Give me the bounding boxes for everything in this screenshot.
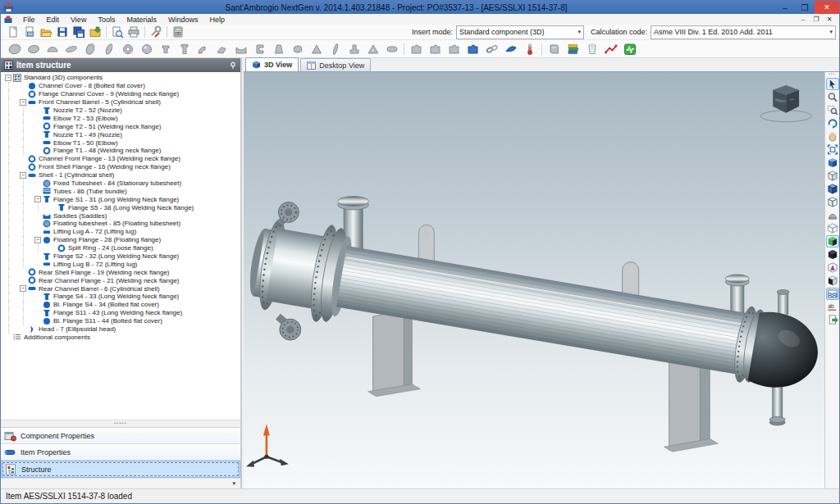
solid-view-button[interactable] — [826, 248, 839, 261]
tree-item[interactable]: −Floating Flange - 28 (Floating flange) — [1, 236, 240, 244]
insert-diagnostics-button[interactable] — [620, 40, 639, 58]
item-properties-bar[interactable]: Item Properties — [1, 444, 240, 461]
section-view-button[interactable] — [826, 235, 839, 247]
insert-pipe-bend-button[interactable] — [212, 40, 231, 58]
options-tools-button[interactable] — [148, 25, 164, 40]
tree-item[interactable]: Bl. Flange S4 - 34 (Bolted flat cover) — [1, 301, 240, 309]
tree-item[interactable]: Channel Front Flange - 13 (Welding neck … — [1, 155, 240, 163]
restore-button[interactable]: ❐ — [795, 1, 815, 14]
tree-item[interactable]: Floating tubesheet - 85 (Floating tubesh… — [1, 220, 240, 228]
calculation-code-select[interactable]: Asme VIII Div. 1 Ed. 2010 Add. 2011 ▾ — [651, 25, 836, 39]
rotate-view-button[interactable] — [826, 117, 839, 129]
insert-hemispherical-head-button[interactable] — [43, 40, 62, 58]
tree-item[interactable]: Rear Shell Flange - 19 (Welding neck fla… — [1, 268, 240, 276]
insert-mode-select[interactable]: Standard component (3D) ▾ — [456, 25, 584, 39]
insert-fluid-properties-button[interactable] — [582, 40, 601, 58]
export-view-button[interactable] — [826, 314, 839, 326]
menu-view[interactable]: View — [65, 14, 92, 25]
cutaway-view-button[interactable] — [826, 261, 839, 274]
insert-torispherical-head-button[interactable] — [24, 40, 43, 58]
insert-expansion-joint-button[interactable] — [288, 40, 307, 58]
collapse-icon[interactable]: − — [20, 99, 26, 106]
insert-nozzle-button[interactable] — [156, 40, 175, 58]
tree-item[interactable]: −Rear Channel Barrel - 6 (Cylindrical sh… — [1, 284, 240, 293]
render-quality-button[interactable] — [826, 209, 839, 221]
hidden-line-view-button[interactable] — [826, 170, 839, 182]
insert-quick-component-button[interactable] — [501, 40, 520, 58]
tab-3d-view[interactable]: 3D View — [245, 57, 299, 71]
calculator-button[interactable] — [170, 25, 186, 40]
menu-edit[interactable]: Edit — [41, 14, 66, 25]
tree-item[interactable]: −Front Channel Barrel - 5 (Cylindrical s… — [1, 98, 240, 107]
insert-thermal-design-button[interactable] — [520, 40, 539, 58]
3d-viewport[interactable]: RIGHT SA — [244, 71, 824, 488]
save-button[interactable] — [54, 25, 71, 40]
collapse-icon[interactable]: − — [34, 196, 41, 202]
zoom-button[interactable] — [826, 91, 839, 103]
liquid-level-view-button[interactable] — [826, 288, 839, 300]
tree-item[interactable]: Saddles (Saddles) — [1, 211, 240, 220]
insert-conical-shell-button[interactable] — [99, 40, 118, 58]
new-document-button[interactable] — [5, 25, 21, 40]
insert-materials-library-button[interactable] — [564, 40, 582, 58]
select-cursor-button[interactable] — [826, 78, 839, 90]
tree-item[interactable]: Elbow T1 - 50 (Elbow) — [1, 138, 240, 147]
tree-item[interactable]: Fixed Tubesheet - 84 (Stationary tubeshe… — [1, 179, 240, 188]
insert-custom-component-button[interactable] — [463, 40, 482, 58]
tree-item[interactable]: −Flange S1 - 31 (Long Welding Neck flang… — [1, 195, 240, 203]
tree-item[interactable]: Flange T1 - 48 (Welding neck flange) — [1, 147, 240, 155]
print-button[interactable] — [126, 25, 142, 40]
open-project-button[interactable] — [21, 25, 38, 40]
menu-tools[interactable]: Tools — [92, 14, 121, 25]
tab-desktop-view[interactable]: Desktop View — [300, 58, 371, 71]
component-properties-bar[interactable]: Component Properties — [1, 428, 240, 444]
tree-item[interactable]: Lifting Lug B - 72 (Lifting lug) — [1, 260, 240, 268]
insert-flat-cover-button[interactable] — [62, 40, 80, 58]
tree-item[interactable]: Rear Channel Flange - 21 (Welding neck f… — [1, 276, 240, 284]
tree-item[interactable]: Additional components — [1, 334, 240, 342]
tree-item[interactable]: Nozzle T1 - 49 (Nozzle) — [1, 130, 240, 138]
insert-linked-component-button[interactable] — [482, 40, 501, 58]
insert-cylindrical-shell-button[interactable] — [80, 40, 99, 58]
toolbar-grip[interactable]: ••• — [829, 72, 835, 77]
tree-item[interactable]: Flange S4 - 33 (Long Welding Neck flange… — [1, 293, 240, 301]
tree-item[interactable]: Lifting Lug A - 72 (Lifting lug) — [1, 228, 240, 236]
zoom-window-button[interactable] — [826, 104, 839, 116]
insert-long-weld-neck-nozzle-button[interactable] — [175, 40, 194, 58]
annotations-button[interactable]: ab — [826, 301, 839, 313]
insert-saddle-support-button[interactable] — [231, 40, 250, 58]
insert-skirt-support-button[interactable] — [269, 40, 288, 58]
insert-component-puzzle-b-button[interactable] — [426, 40, 445, 58]
tree-item[interactable]: Elbow T2 - 53 (Elbow) — [1, 114, 240, 122]
insert-elbow-button[interactable] — [194, 40, 212, 58]
close-button[interactable]: ✕ — [815, 1, 839, 14]
insert-floating-head-button[interactable] — [307, 40, 326, 58]
insert-clamp-button[interactable] — [382, 40, 401, 58]
tree-item[interactable]: Front Shell Flange - 16 (Welding neck fl… — [1, 163, 240, 171]
insert-baffle-button[interactable] — [326, 40, 345, 58]
tree-item[interactable]: Split Ring - 24 (Loose flange) — [1, 244, 240, 252]
insert-handbook-button[interactable] — [545, 40, 564, 58]
tree-item[interactable]: Nozzle T2 - 52 (Nozzle) — [1, 107, 240, 115]
collapse-icon[interactable]: − — [20, 172, 26, 179]
panel-selector-dropdown[interactable]: ▾ — [1, 478, 240, 488]
pan-view-button[interactable] — [826, 130, 839, 143]
zoom-fit-button[interactable] — [826, 143, 839, 156]
mdi-minimize-button[interactable]: – — [797, 16, 810, 23]
insert-component-puzzle-c-button[interactable] — [445, 40, 463, 58]
menu-help[interactable]: Help — [203, 14, 231, 25]
tree-item[interactable]: Flange S11 - 43 (Long Welding Neck flang… — [1, 309, 240, 317]
insert-sphere-button[interactable] — [137, 40, 156, 58]
tree-item[interactable]: Flange Channel Cover - 9 (Welding neck f… — [1, 90, 240, 98]
shaded-view-button[interactable] — [826, 157, 839, 169]
half-section-view-button[interactable] — [826, 275, 839, 287]
tree-item[interactable]: Flange T2 - 51 (Welding neck flange) — [1, 122, 240, 130]
open-folder-button[interactable] — [38, 25, 54, 40]
tree-item[interactable]: Bl. Flange S11 - 44 (Bolted flat cover) — [1, 317, 240, 325]
menu-materials[interactable]: Materials — [121, 14, 162, 25]
tree-item[interactable]: Flange S2 - 32 (Long Welding Neck flange… — [1, 252, 240, 261]
perspective-view-button[interactable] — [826, 222, 839, 234]
tree-item[interactable]: −Shell - 1 (Cylindrical shell) — [1, 171, 240, 179]
menu-windows[interactable]: Windows — [162, 14, 204, 25]
insert-lifting-lug-button[interactable] — [363, 40, 382, 58]
